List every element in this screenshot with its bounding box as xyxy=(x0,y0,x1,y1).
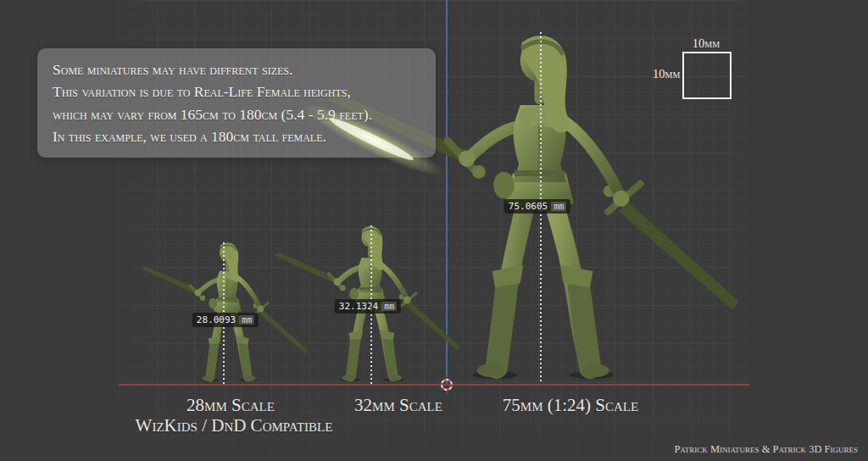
measurement-value-32mm: 32.1324 xyxy=(339,301,378,312)
measurement-label-75mm: 75.0605mm xyxy=(504,199,570,214)
reference-square-side-label: 10mm xyxy=(653,67,680,81)
scale-label-28mm: 28mm Scale xyxy=(186,396,275,415)
scale-label-75mm: 75mm (1:24) Scale xyxy=(503,396,638,415)
measurement-unit-32mm: mm xyxy=(381,302,397,311)
info-line-2: This variation is due to Real-Life Femal… xyxy=(53,81,420,103)
info-line-3: which may vary from 165cm to 180cm (5.4 … xyxy=(53,103,420,125)
credit-text: Patrick Miniatures & Patrick 3D Figures xyxy=(674,443,858,456)
3d-viewport[interactable]: Some miniatures may have diffrent sizes.… xyxy=(0,0,868,461)
info-line-1: Some miniatures may have diffrent sizes. xyxy=(53,58,420,81)
info-box: Some miniatures may have diffrent sizes.… xyxy=(37,48,436,158)
x-axis-line xyxy=(119,384,749,386)
reference-square-10mm xyxy=(682,52,732,99)
measurement-label-32mm: 32.1324mm xyxy=(335,299,401,314)
info-line-4: In this example, we used a 180cm tall fe… xyxy=(53,125,420,147)
scale-label-32mm: 32mm Scale xyxy=(354,396,442,415)
measurement-label-28mm: 28.0093mm xyxy=(192,313,259,327)
measurement-value-75mm: 75.0605 xyxy=(509,201,548,212)
scale-sublabel-28mm: WizKids / DnD Compatible xyxy=(136,416,333,436)
measurement-unit-75mm: mm xyxy=(551,202,566,211)
reference-square-top-label: 10mm xyxy=(693,36,720,51)
measurement-value-28mm: 28.0093 xyxy=(197,314,236,325)
measurement-unit-28mm: mm xyxy=(239,315,254,325)
